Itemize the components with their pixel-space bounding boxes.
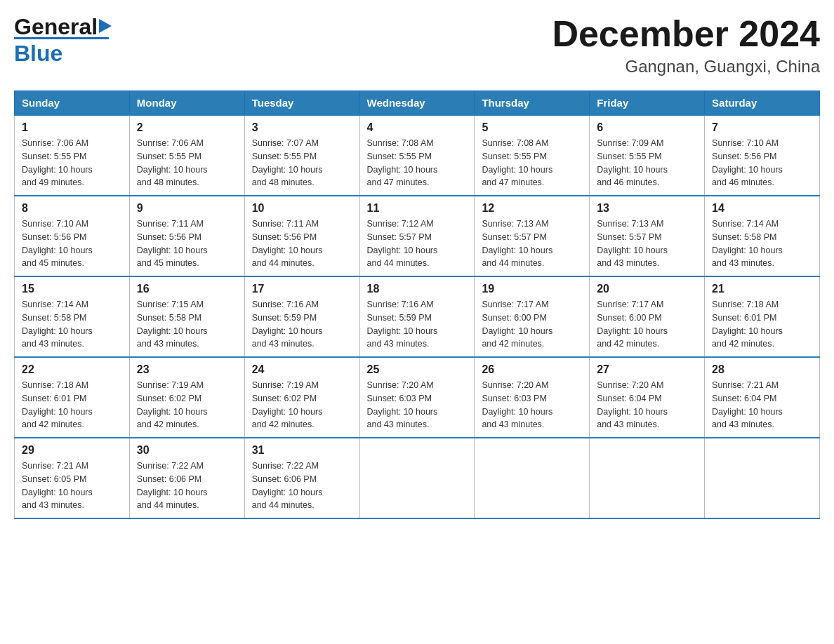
day-info: Sunrise: 7:11 AM Sunset: 5:56 PM Dayligh… <box>252 217 352 270</box>
table-row: 25Sunrise: 7:20 AM Sunset: 6:03 PM Dayli… <box>359 357 475 438</box>
calendar-header-row: Sunday Monday Tuesday Wednesday Thursday… <box>15 91 820 116</box>
table-row: 7Sunrise: 7:10 AM Sunset: 5:56 PM Daylig… <box>705 115 820 196</box>
day-info: Sunrise: 7:14 AM Sunset: 5:58 PM Dayligh… <box>22 298 122 351</box>
day-info: Sunrise: 7:16 AM Sunset: 5:59 PM Dayligh… <box>367 298 468 351</box>
table-row: 28Sunrise: 7:21 AM Sunset: 6:04 PM Dayli… <box>705 357 820 438</box>
calendar-table: Sunday Monday Tuesday Wednesday Thursday… <box>14 90 820 519</box>
header-sunday: Sunday <box>15 91 130 116</box>
day-number: 9 <box>137 202 237 215</box>
day-number: 25 <box>367 363 468 376</box>
header-monday: Monday <box>129 91 244 116</box>
table-row: 6Sunrise: 7:09 AM Sunset: 5:55 PM Daylig… <box>590 115 705 196</box>
day-info: Sunrise: 7:14 AM Sunset: 5:58 PM Dayligh… <box>712 217 812 270</box>
table-row <box>705 438 820 518</box>
day-number: 20 <box>597 283 697 295</box>
day-number: 13 <box>597 202 697 215</box>
day-info: Sunrise: 7:22 AM Sunset: 6:06 PM Dayligh… <box>252 459 352 512</box>
day-number: 7 <box>712 121 812 134</box>
page-title: December 2024 <box>552 14 820 54</box>
table-row <box>590 438 705 518</box>
calendar-week-row: 22Sunrise: 7:18 AM Sunset: 6:01 PM Dayli… <box>15 357 820 438</box>
table-row: 11Sunrise: 7:12 AM Sunset: 5:57 PM Dayli… <box>359 196 475 276</box>
table-row <box>359 438 475 518</box>
day-number: 27 <box>597 363 697 376</box>
day-info: Sunrise: 7:13 AM Sunset: 5:57 PM Dayligh… <box>597 217 697 270</box>
day-info: Sunrise: 7:19 AM Sunset: 6:02 PM Dayligh… <box>252 379 352 431</box>
day-info: Sunrise: 7:15 AM Sunset: 5:58 PM Dayligh… <box>137 298 237 351</box>
day-info: Sunrise: 7:06 AM Sunset: 5:55 PM Dayligh… <box>22 137 122 189</box>
header-tuesday: Tuesday <box>244 91 359 116</box>
day-info: Sunrise: 7:06 AM Sunset: 5:55 PM Dayligh… <box>137 137 237 189</box>
table-row: 26Sunrise: 7:20 AM Sunset: 6:03 PM Dayli… <box>475 357 590 438</box>
day-number: 28 <box>712 363 812 376</box>
day-number: 24 <box>252 363 352 376</box>
day-number: 1 <box>22 121 122 134</box>
day-number: 5 <box>482 121 582 134</box>
table-row: 24Sunrise: 7:19 AM Sunset: 6:02 PM Dayli… <box>244 357 359 438</box>
day-number: 16 <box>137 283 237 295</box>
day-info: Sunrise: 7:10 AM Sunset: 5:56 PM Dayligh… <box>22 217 122 270</box>
logo-blue: Blue <box>14 41 62 66</box>
table-row <box>475 438 590 518</box>
table-row: 16Sunrise: 7:15 AM Sunset: 5:58 PM Dayli… <box>129 276 244 357</box>
day-number: 19 <box>482 283 582 295</box>
table-row: 29Sunrise: 7:21 AM Sunset: 6:05 PM Dayli… <box>15 438 130 518</box>
day-info: Sunrise: 7:18 AM Sunset: 6:01 PM Dayligh… <box>22 379 122 431</box>
table-row: 12Sunrise: 7:13 AM Sunset: 5:57 PM Dayli… <box>475 196 590 276</box>
day-info: Sunrise: 7:19 AM Sunset: 6:02 PM Dayligh… <box>137 379 237 431</box>
table-row: 13Sunrise: 7:13 AM Sunset: 5:57 PM Dayli… <box>590 196 705 276</box>
day-info: Sunrise: 7:11 AM Sunset: 5:56 PM Dayligh… <box>137 217 237 270</box>
table-row: 10Sunrise: 7:11 AM Sunset: 5:56 PM Dayli… <box>244 196 359 276</box>
table-row: 15Sunrise: 7:14 AM Sunset: 5:58 PM Dayli… <box>15 276 130 357</box>
table-row: 31Sunrise: 7:22 AM Sunset: 6:06 PM Dayli… <box>244 438 359 518</box>
calendar-week-row: 8Sunrise: 7:10 AM Sunset: 5:56 PM Daylig… <box>15 196 820 276</box>
logo: General Blue <box>14 14 114 67</box>
calendar-week-row: 15Sunrise: 7:14 AM Sunset: 5:58 PM Dayli… <box>15 276 820 357</box>
day-number: 26 <box>482 363 582 376</box>
day-info: Sunrise: 7:09 AM Sunset: 5:55 PM Dayligh… <box>597 137 697 189</box>
day-number: 2 <box>137 121 237 134</box>
header-saturday: Saturday <box>705 91 820 116</box>
table-row: 5Sunrise: 7:08 AM Sunset: 5:55 PM Daylig… <box>475 115 590 196</box>
page-header: General Blue December 2024 Gangnan, Guan… <box>14 14 820 76</box>
table-row: 14Sunrise: 7:14 AM Sunset: 5:58 PM Dayli… <box>705 196 820 276</box>
logo-triangle-icon <box>99 16 114 36</box>
day-info: Sunrise: 7:20 AM Sunset: 6:03 PM Dayligh… <box>482 379 582 431</box>
table-row: 23Sunrise: 7:19 AM Sunset: 6:02 PM Dayli… <box>129 357 244 438</box>
day-number: 8 <box>22 202 122 215</box>
table-row: 3Sunrise: 7:07 AM Sunset: 5:55 PM Daylig… <box>244 115 359 196</box>
day-number: 14 <box>712 202 812 215</box>
day-number: 18 <box>367 283 468 295</box>
day-info: Sunrise: 7:21 AM Sunset: 6:04 PM Dayligh… <box>712 379 812 431</box>
day-info: Sunrise: 7:16 AM Sunset: 5:59 PM Dayligh… <box>252 298 352 351</box>
day-number: 22 <box>22 363 122 376</box>
table-row: 2Sunrise: 7:06 AM Sunset: 5:55 PM Daylig… <box>129 115 244 196</box>
day-info: Sunrise: 7:12 AM Sunset: 5:57 PM Dayligh… <box>367 217 468 270</box>
day-number: 11 <box>367 202 468 215</box>
day-info: Sunrise: 7:10 AM Sunset: 5:56 PM Dayligh… <box>712 137 812 189</box>
day-info: Sunrise: 7:17 AM Sunset: 6:00 PM Dayligh… <box>597 298 697 351</box>
header-wednesday: Wednesday <box>359 91 475 116</box>
table-row: 21Sunrise: 7:18 AM Sunset: 6:01 PM Dayli… <box>705 276 820 357</box>
day-info: Sunrise: 7:20 AM Sunset: 6:03 PM Dayligh… <box>367 379 468 431</box>
day-info: Sunrise: 7:17 AM Sunset: 6:00 PM Dayligh… <box>482 298 582 351</box>
day-number: 23 <box>137 363 237 376</box>
day-number: 17 <box>252 283 352 295</box>
day-info: Sunrise: 7:22 AM Sunset: 6:06 PM Dayligh… <box>137 459 237 512</box>
table-row: 1Sunrise: 7:06 AM Sunset: 5:55 PM Daylig… <box>15 115 130 196</box>
table-row: 27Sunrise: 7:20 AM Sunset: 6:04 PM Dayli… <box>590 357 705 438</box>
svg-marker-0 <box>99 19 112 33</box>
day-number: 31 <box>252 444 352 457</box>
calendar-week-row: 29Sunrise: 7:21 AM Sunset: 6:05 PM Dayli… <box>15 438 820 518</box>
table-row: 4Sunrise: 7:08 AM Sunset: 5:55 PM Daylig… <box>359 115 475 196</box>
logo-general: General <box>14 14 98 40</box>
day-info: Sunrise: 7:20 AM Sunset: 6:04 PM Dayligh… <box>597 379 697 431</box>
day-number: 10 <box>252 202 352 215</box>
day-number: 3 <box>252 121 352 134</box>
day-number: 21 <box>712 283 812 295</box>
day-number: 4 <box>367 121 468 134</box>
table-row: 30Sunrise: 7:22 AM Sunset: 6:06 PM Dayli… <box>129 438 244 518</box>
table-row: 22Sunrise: 7:18 AM Sunset: 6:01 PM Dayli… <box>15 357 130 438</box>
day-info: Sunrise: 7:13 AM Sunset: 5:57 PM Dayligh… <box>482 217 582 270</box>
logo-line <box>14 37 109 39</box>
